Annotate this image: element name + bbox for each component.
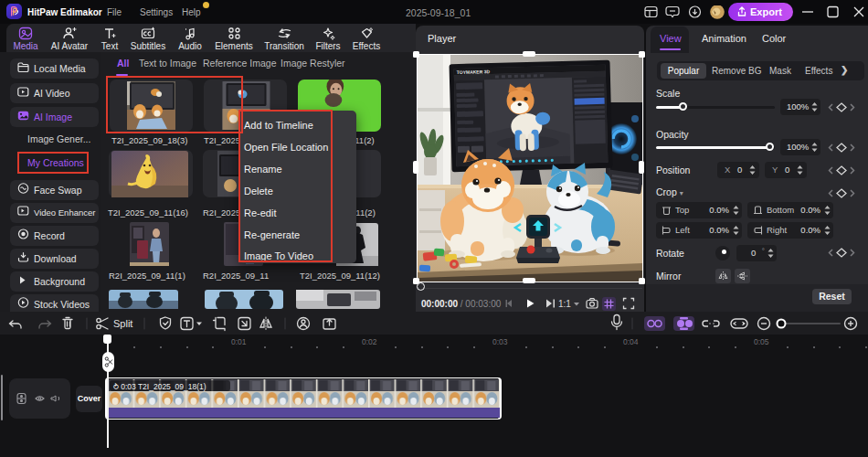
svg-text:Split: Split [113,318,132,329]
svg-text:1:1: 1:1 [558,299,571,309]
